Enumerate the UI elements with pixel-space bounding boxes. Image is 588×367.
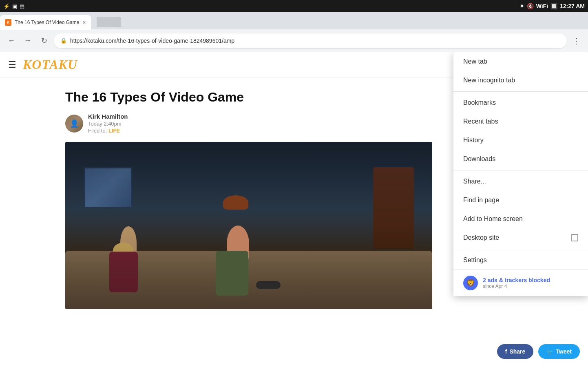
author-date: Today 2:40pm — [88, 121, 128, 127]
system-icon-2: ▣ — [12, 3, 17, 9]
menu-divider-1 — [453, 91, 588, 92]
system-icon-3: ▤ — [20, 3, 24, 9]
menu-item-downloads[interactable]: Downloads — [453, 150, 588, 168]
menu-divider-2 — [453, 170, 588, 170]
facebook-share-button[interactable]: f Share — [497, 344, 534, 359]
menu-item-recent-tabs[interactable]: Recent tabs — [453, 112, 588, 131]
article-title: The 16 Types Of Video Game — [65, 90, 506, 105]
tab-bar: K The 16 Types Of Video Game × — [0, 12, 588, 29]
filed-tag[interactable]: LIFE — [108, 128, 120, 134]
menu-item-new-tab[interactable]: New tab — [453, 52, 588, 71]
menu-item-settings[interactable]: Settings — [453, 251, 588, 270]
tab-close-button[interactable]: × — [82, 19, 86, 26]
tab-favicon: K — [5, 19, 11, 26]
twitter-tweet-button[interactable]: 🐦 Tweet — [538, 344, 580, 359]
menu-item-share[interactable]: Share... — [453, 172, 588, 191]
address-box[interactable]: 🔒 https://kotaku.com/the-16-types-of-vid… — [54, 33, 567, 48]
page-content: ☰ KOTAKU The 16 Types Of Video Game 👤 Ki… — [0, 52, 588, 367]
controller-element — [256, 281, 281, 289]
status-right-icons: ✦ 🔇 WiFi 🔲 12:27 AM — [519, 3, 585, 9]
footer-secondary-text: since Apr 4 — [483, 283, 550, 289]
battery-icon: 🔲 — [550, 3, 557, 9]
status-left-icons: ⚡ ▣ ▤ — [3, 3, 24, 9]
address-text: https://kotaku.com/the-16-types-of-video… — [70, 38, 560, 44]
hamburger-menu-icon[interactable]: ☰ — [8, 60, 16, 70]
character-male-body — [216, 251, 248, 296]
status-bar: ⚡ ▣ ▤ ✦ 🔇 WiFi 🔲 12:27 AM — [0, 0, 588, 12]
menu-item-new-incognito-tab[interactable]: New incognito tab — [453, 71, 588, 90]
image-scene — [65, 142, 432, 309]
footer-primary-text: 2 ads & trackers blocked — [483, 277, 550, 283]
tab-title: The 16 Types Of Video Game — [15, 20, 79, 25]
wifi-icon: WiFi — [536, 3, 548, 9]
bottom-action-buttons: f Share 🐦 Tweet — [497, 344, 580, 359]
twitter-icon: 🐦 — [546, 348, 553, 355]
menu-item-history[interactable]: History — [453, 131, 588, 150]
menu-item-add-to-home-screen[interactable]: Add to Home screen — [453, 210, 588, 228]
browser-menu-button[interactable]: ⋮ — [570, 34, 583, 47]
menu-footer: 🦁 2 ads & trackers blocked since Apr 4 — [453, 270, 588, 296]
new-tab-area — [93, 16, 125, 28]
brave-shield-icon: 🦁 — [463, 276, 478, 290]
menu-item-desktop-site[interactable]: Desktop site — [453, 228, 588, 247]
refresh-button[interactable]: ↻ — [38, 34, 51, 47]
kotaku-logo: KOTAKU — [23, 57, 77, 72]
character-male-hair — [223, 195, 248, 210]
active-tab[interactable]: K The 16 Types Of Video Game × — [0, 15, 91, 30]
lock-icon: 🔒 — [60, 38, 67, 44]
author-avatar: 👤 — [65, 115, 83, 133]
new-tab-placeholder — [97, 17, 121, 27]
share-label: Share — [509, 348, 525, 355]
author-row: 👤 Kirk Hamilton Today 2:40pm Filed to: L… — [65, 113, 506, 134]
article-image — [65, 142, 432, 309]
menu-item-bookmarks[interactable]: Bookmarks — [453, 93, 588, 112]
author-name: Kirk Hamilton — [88, 113, 128, 120]
forward-button[interactable]: → — [21, 34, 34, 47]
desktop-site-checkbox[interactable] — [571, 234, 578, 241]
bluetooth-icon: ✦ — [519, 3, 524, 9]
facebook-icon: f — [505, 348, 507, 355]
back-button[interactable]: ← — [5, 34, 18, 47]
system-icon-1: ⚡ — [3, 3, 10, 9]
menu-divider-3 — [453, 249, 588, 249]
mute-icon: 🔇 — [527, 3, 534, 9]
tweet-label: Tweet — [556, 348, 572, 355]
author-info: Kirk Hamilton Today 2:40pm Filed to: LIF… — [88, 113, 128, 134]
time-display: 12:27 AM — [560, 3, 585, 9]
image-overlay — [65, 142, 432, 309]
address-bar: ← → ↻ 🔒 https://kotaku.com/the-16-types-… — [0, 29, 588, 52]
footer-text: 2 ads & trackers blocked since Apr 4 — [483, 277, 550, 289]
browser-dropdown-menu: New tab New incognito tab Bookmarks Rece… — [453, 52, 588, 296]
filed-to-label: Filed to: LIFE — [88, 128, 128, 134]
menu-item-find-in-page[interactable]: Find in page — [453, 191, 588, 210]
